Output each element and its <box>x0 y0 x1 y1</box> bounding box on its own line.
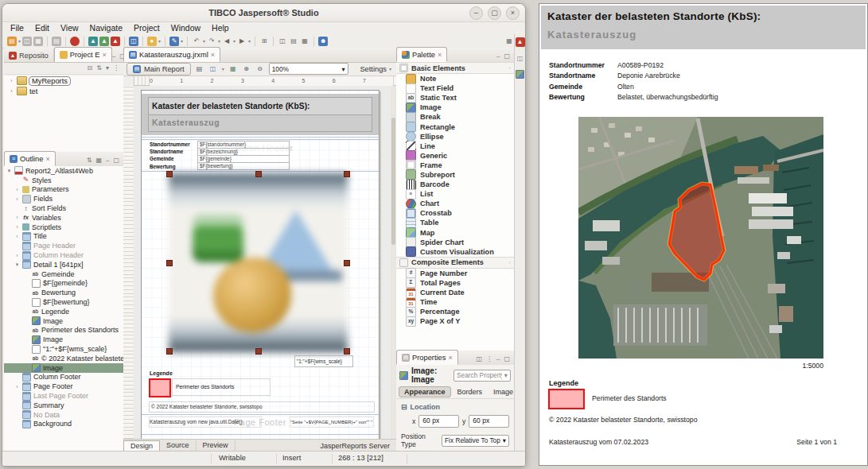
outline-item[interactable]: Image <box>4 363 123 373</box>
design-subtitle[interactable]: Katasterauszug <box>148 114 372 132</box>
copyright-text[interactable]: © 2022 Kataster belasteter Standorte, sw… <box>149 401 375 413</box>
resize-handle[interactable] <box>344 348 350 355</box>
new-window-icon[interactable]: ⊞ <box>259 37 269 46</box>
dropdown-caret-icon[interactable]: ▾ <box>233 38 235 44</box>
search-property-combo[interactable]: Search Property ▾ <box>453 370 511 382</box>
jaspersoft-icon[interactable]: ▲ <box>516 37 525 47</box>
design-image-element[interactable] <box>169 173 348 352</box>
separator[interactable] <box>273 37 274 46</box>
outline-item[interactable]: ▾ Report2_Altlast4Web <box>4 166 123 176</box>
dropdown-caret-icon[interactable]: ▾ <box>222 66 224 72</box>
resize-handle[interactable] <box>344 171 350 177</box>
palette-item[interactable]: Line <box>396 141 514 151</box>
palette-item[interactable]: Generic <box>396 151 514 161</box>
window-titlebar[interactable]: TIBCO Jaspersoft® Studio – ▢ × <box>2 4 525 22</box>
collapse-icon[interactable]: ⊟ <box>401 403 407 411</box>
dropdown-caret-icon[interactable]: ▾ <box>203 38 205 44</box>
outline-item[interactable]: ab Gemeinde <box>4 269 123 279</box>
maximize-panel-icon[interactable]: ▢ <box>504 355 510 362</box>
pin-panel-icon[interactable]: ◫ <box>476 355 482 362</box>
minimize-icon[interactable]: – <box>469 6 483 20</box>
report-wizard-icon[interactable]: ▲ <box>88 37 98 46</box>
minimize-panel-icon[interactable]: – <box>106 157 109 164</box>
maximize-panel-icon[interactable]: ▢ <box>113 157 119 164</box>
link-editor-icon[interactable]: ⇅ <box>96 64 102 72</box>
outline-item[interactable]: › fx Variables <box>4 213 123 223</box>
user-icon[interactable]: ☻ <box>318 37 328 46</box>
legend-title[interactable]: Legende <box>150 370 173 376</box>
view-menu-icon[interactable]: ⋮ <box>486 355 492 362</box>
filter-icon[interactable]: ▾ <box>106 64 109 72</box>
debug-icon[interactable] <box>70 37 80 46</box>
separator[interactable] <box>313 37 314 46</box>
palette-item[interactable]: xy Page X of Y <box>396 316 514 326</box>
tab-outline[interactable]: ≡ Outline × <box>4 151 56 166</box>
zoom-in-icon[interactable]: ⊕ <box>242 64 251 74</box>
palette-section-composite[interactable]: Composite Elements ◦ <box>396 257 514 269</box>
print-icon[interactable]: ▤ <box>52 37 61 46</box>
link-editor-icon[interactable]: ▦ <box>504 37 514 46</box>
tab-properties[interactable]: ▤ Properties × <box>396 350 458 365</box>
outline-item[interactable]: › Page Footer <box>4 382 123 391</box>
maximize-icon[interactable]: ▢ <box>488 6 501 20</box>
outline-item[interactable]: Column Footer <box>4 373 123 382</box>
close-icon[interactable]: × <box>102 51 106 59</box>
restore-view-icon[interactable]: ◫ <box>517 55 524 62</box>
export-image-icon[interactable]: ▦ <box>228 64 238 74</box>
palette-item[interactable]: Spider Chart <box>396 238 514 247</box>
menu-item[interactable]: Help <box>212 23 229 33</box>
footer-page-expression[interactable]: "Seite "+$V{PAGE_NUMBER}+" von"" " + <box>290 417 374 428</box>
palette-item[interactable]: Σ Total Pages <box>396 278 514 288</box>
close-icon[interactable]: × <box>506 6 520 20</box>
resize-handle[interactable] <box>255 171 262 177</box>
outline-item[interactable]: › Title <box>4 232 123 242</box>
palette-item[interactable]: Map <box>396 228 514 238</box>
datasource-icon[interactable]: ● <box>147 37 157 46</box>
close-icon[interactable]: × <box>438 51 442 59</box>
close-icon[interactable]: × <box>45 155 49 163</box>
minimize-panel-icon[interactable]: – <box>112 52 115 60</box>
import-icon[interactable]: ◫ <box>129 37 138 46</box>
separator[interactable] <box>142 37 143 46</box>
palette-item[interactable]: Note <box>396 74 514 83</box>
palette-item[interactable]: Frame <box>396 161 514 170</box>
outline-item[interactable]: No Data <box>4 410 123 420</box>
outline-item[interactable]: Summary <box>4 401 123 410</box>
menu-item[interactable]: Edit <box>35 23 49 33</box>
outline-item[interactable]: $F{bewertung} <box>4 297 123 307</box>
editor-mode-tab[interactable]: Design <box>123 440 160 451</box>
outline-item[interactable]: ✎ Styles <box>4 176 123 185</box>
x-input[interactable]: 60 px <box>418 415 459 428</box>
palette-item[interactable]: Text Field <box>396 83 514 93</box>
save-icon[interactable]: ◫ <box>22 37 32 46</box>
menu-item[interactable]: Navigate <box>90 23 123 33</box>
outline-item[interactable]: Background <box>4 420 123 429</box>
outline-item[interactable]: ab Perimeter des Standorts <box>4 326 123 335</box>
palette-item[interactable]: ≡ List <box>396 189 514 199</box>
view-icon[interactable]: ▦ <box>95 157 102 164</box>
dropdown-caret-icon[interactable]: ▾ <box>218 38 220 44</box>
palette-item[interactable]: Table <box>396 218 514 227</box>
separator[interactable] <box>124 37 125 46</box>
separator[interactable] <box>84 37 84 46</box>
dropdown-caret-icon[interactable]: ▾ <box>18 38 21 44</box>
location-section[interactable]: ⊟ Location <box>401 403 509 411</box>
sort-icon[interactable]: ⇅ <box>87 157 92 164</box>
editor-mode-tab[interactable]: Preview <box>197 440 235 451</box>
footer-date-expression[interactable]: Katasterauszug vom new java.util.Date() <box>149 417 262 428</box>
outline-item[interactable]: › Fields <box>4 194 123 203</box>
palette-item[interactable]: Custom Visualization <box>396 247 514 257</box>
grid-layout-icon[interactable]: ▦ <box>300 37 309 46</box>
outline-item[interactable]: ▾ Detail 1 [641px] <box>4 260 123 269</box>
new-report-icon[interactable]: ▤ <box>7 37 17 46</box>
report-page[interactable]: Kataster der belasteten Standorte (KbS):… <box>141 90 380 439</box>
menu-item[interactable]: Window <box>171 23 200 33</box>
menu-item[interactable]: View <box>60 23 79 33</box>
palette-section-basic[interactable]: Basic Elements ◦ <box>396 62 514 74</box>
minimize-panel-icon[interactable]: – <box>496 355 500 362</box>
tile-horizontal-icon[interactable]: ◫ <box>278 37 287 46</box>
minimize-panel-icon[interactable]: – <box>496 52 500 60</box>
resize-handle[interactable] <box>166 348 173 355</box>
zoom-out-icon[interactable]: ⊖ <box>255 64 265 74</box>
tab-palette[interactable]: Palette × <box>396 47 447 62</box>
